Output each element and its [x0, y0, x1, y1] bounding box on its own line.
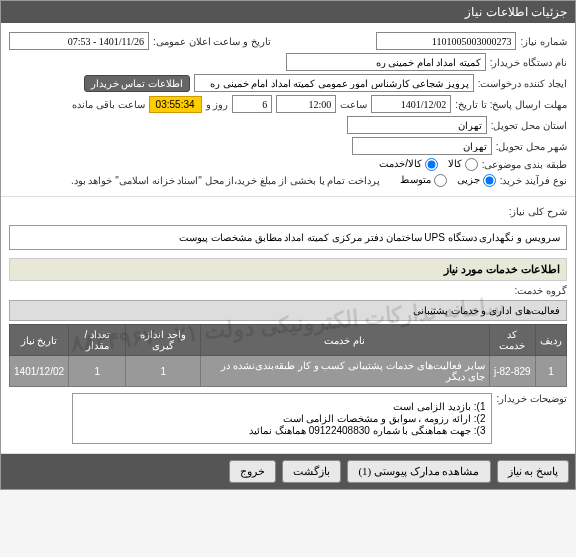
need-no-label: شماره نیاز:	[520, 36, 567, 47]
td-date: 1401/12/02	[10, 356, 69, 387]
attachments-button[interactable]: مشاهده مدارک پیوستی (1)	[347, 460, 490, 483]
contact-button[interactable]: اطلاعات تماس خریدار	[84, 75, 190, 92]
need-section: سامانه تدارکات الکترونیکی دولت ۰۲۱-۸۸۳۴۹…	[1, 197, 575, 454]
proc-medium-option[interactable]: متوسط	[400, 174, 447, 187]
group-label: گروه خدمت:	[514, 285, 567, 296]
footer-bar: پاسخ به نیاز مشاهده مدارک پیوستی (1) باز…	[1, 454, 575, 489]
td-code: j-82-829	[489, 356, 535, 387]
th-idx: ردیف	[536, 325, 567, 356]
th-qty: تعداد / مقدار	[69, 325, 126, 356]
days-label: روز و	[206, 99, 229, 110]
th-unit: واحد اندازه گیری	[126, 325, 201, 356]
need-title-box: سرویس و نگهداری دستگاه UPS ساختمان دفتر …	[9, 225, 567, 250]
main-container: جزئیات اطلاعات نیاز شماره نیاز: تاریخ و …	[0, 0, 576, 490]
close-button[interactable]: خروج	[229, 460, 276, 483]
th-name: نام خدمت	[201, 325, 489, 356]
proc-partial-radio[interactable]	[483, 174, 496, 187]
city-label: شهر محل تحویل:	[496, 141, 567, 152]
note-line-1: 1): بازدید الزامی است	[79, 401, 485, 412]
category-label: طبقه بندی موضوعی:	[482, 159, 567, 170]
announce-label: تاریخ و ساعت اعلان عمومی:	[153, 36, 271, 47]
th-date: تاریخ نیاز	[10, 325, 69, 356]
td-unit: 1	[126, 356, 201, 387]
time-label: ساعت	[340, 99, 367, 110]
reply-button[interactable]: پاسخ به نیاز	[497, 460, 570, 483]
td-idx: 1	[536, 356, 567, 387]
note-line-2: 2): ارائه رزومه ، سوابق و مشخصات الزامی …	[79, 413, 485, 424]
process-label: نوع فرآیند خرید:	[500, 175, 567, 186]
cat-both-radio[interactable]	[425, 158, 438, 171]
notes-label: توضیحات خریدار:	[496, 393, 567, 404]
need-no-input[interactable]	[376, 32, 516, 50]
cat-both-option[interactable]: کالا/خدمت	[379, 158, 438, 171]
table-header-row: ردیف کد خدمت نام خدمت واحد اندازه گیری ت…	[10, 325, 567, 356]
page-title: جزئیات اطلاعات نیاز	[465, 5, 567, 19]
province-input[interactable]	[347, 116, 487, 134]
province-label: استان محل تحویل:	[491, 120, 567, 131]
requester-input[interactable]	[194, 74, 474, 92]
back-button[interactable]: بازگشت	[282, 460, 341, 483]
remain-label: ساعت باقی مانده	[72, 99, 145, 110]
remain-time-box: 03:55:34	[149, 96, 202, 113]
buyer-org-label: نام دستگاه خریدار:	[490, 57, 567, 68]
proc-partial-option[interactable]: جزیی	[457, 174, 496, 187]
td-name: سایر فعالیت‌های خدمات پشتیبانی کسب و کار…	[201, 356, 489, 387]
td-qty: 1	[69, 356, 126, 387]
process-note: پرداخت تمام یا بخشی از مبلغ خرید،از محل …	[71, 175, 380, 186]
need-title-label: شرح کلی نیاز:	[509, 206, 567, 217]
requester-label: ایجاد کننده درخواست:	[478, 78, 567, 89]
days-input[interactable]	[232, 95, 272, 113]
table-row: 1 j-82-829 سایر فعالیت‌های خدمات پشتیبان…	[10, 356, 567, 387]
deadline-time-input[interactable]	[276, 95, 336, 113]
city-input[interactable]	[352, 137, 492, 155]
services-table: ردیف کد خدمت نام خدمت واحد اندازه گیری ت…	[9, 324, 567, 387]
deadline-label: مهلت ارسال پاسخ: تا تاریخ:	[455, 99, 567, 110]
proc-medium-radio[interactable]	[434, 174, 447, 187]
info-section: شماره نیاز: تاریخ و ساعت اعلان عمومی: نا…	[1, 23, 575, 197]
group-value: فعالیت‌های اداری و خدمات پشتیبانی	[9, 300, 567, 321]
announce-input[interactable]	[9, 32, 149, 50]
th-code: کد خدمت	[489, 325, 535, 356]
deadline-date-input[interactable]	[371, 95, 451, 113]
notes-box: 1): بازدید الزامی است 2): ارائه رزومه ، …	[72, 393, 492, 444]
cat-goods-option[interactable]: کالا	[448, 158, 478, 171]
services-header: اطلاعات خدمات مورد نیاز	[9, 258, 567, 281]
buyer-org-input[interactable]	[286, 53, 486, 71]
header-bar: جزئیات اطلاعات نیاز	[1, 1, 575, 23]
note-line-3: 3): جهت هماهنگی با شماره 09122408830 هما…	[79, 425, 485, 436]
cat-goods-radio[interactable]	[465, 158, 478, 171]
